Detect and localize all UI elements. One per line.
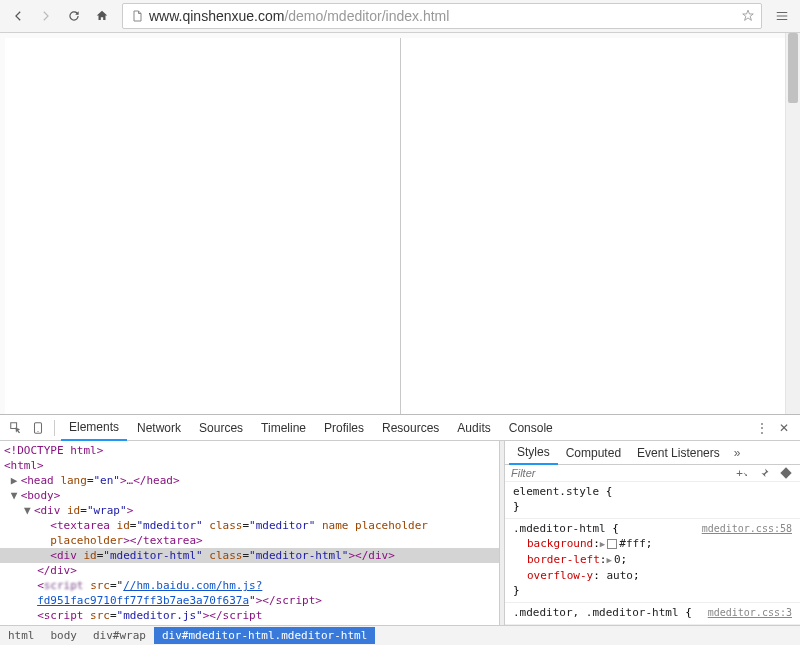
tab-timeline[interactable]: Timeline <box>253 416 314 440</box>
breadcrumb: html body div#wrap div#mdeditor-html.mde… <box>0 625 800 645</box>
tab-network[interactable]: Network <box>129 416 189 440</box>
script-src-link[interactable]: //hm.baidu.com/hm.js? <box>123 579 262 592</box>
menu-button[interactable] <box>770 4 794 28</box>
mdeditor-preview <box>401 38 796 414</box>
mdeditor-textarea[interactable] <box>5 38 401 414</box>
tab-audits[interactable]: Audits <box>449 416 498 440</box>
svg-point-1 <box>37 430 38 431</box>
page-scrollbar[interactable] <box>785 33 800 414</box>
page-icon <box>129 8 145 24</box>
page-viewport <box>0 33 800 415</box>
reload-button[interactable] <box>62 4 86 28</box>
new-rule-icon[interactable]: +↘ <box>734 465 750 481</box>
device-icon[interactable] <box>28 418 48 438</box>
elements-tree[interactable]: <!DOCTYPE html> <html> ▶<head lang="en">… <box>0 441 499 625</box>
crumb-body[interactable]: body <box>43 627 86 644</box>
tab-profiles[interactable]: Profiles <box>316 416 372 440</box>
styles-filter-input[interactable] <box>511 467 728 479</box>
styles-filter-row: +↘ <box>505 465 800 482</box>
styles-tab-computed[interactable]: Computed <box>558 442 629 464</box>
address-bar[interactable]: www.qinshenxue.com/demo/mdeditor/index.h… <box>122 3 762 29</box>
styles-tabs: Styles Computed Event Listeners » <box>505 441 800 465</box>
style-block-class-2[interactable]: mdeditor.css:3.mdeditor, .mdeditor-html … <box>505 603 800 625</box>
selected-element-node[interactable]: <div id="mdeditor-html" class="mdeditor-… <box>0 548 499 563</box>
browser-toolbar: www.qinshenxue.com/demo/mdeditor/index.h… <box>0 0 800 33</box>
css-origin-link[interactable]: mdeditor.css:58 <box>702 521 792 536</box>
tab-sources[interactable]: Sources <box>191 416 251 440</box>
devtools-tabbar: Elements Network Sources Timeline Profil… <box>0 415 800 441</box>
doctype-node: <!DOCTYPE html> <box>4 444 103 457</box>
crumb-selected[interactable]: div#mdeditor-html.mdeditor-html <box>154 627 375 644</box>
crumb-html[interactable]: html <box>0 627 43 644</box>
devtools-panel: Elements Network Sources Timeline Profil… <box>0 415 800 645</box>
crumb-wrap[interactable]: div#wrap <box>85 627 154 644</box>
forward-button[interactable] <box>34 4 58 28</box>
tab-console[interactable]: Console <box>501 416 561 440</box>
css-origin-link[interactable]: mdeditor.css:3 <box>708 605 792 620</box>
bookmark-star-icon[interactable] <box>741 9 755 23</box>
devtools-close-icon[interactable]: ✕ <box>774 421 794 435</box>
more-icon[interactable]: ⋮ <box>752 418 772 438</box>
styles-pane: Styles Computed Event Listeners » +↘ ele… <box>505 441 800 625</box>
scrollbar-thumb[interactable] <box>788 33 798 103</box>
styles-more-icon[interactable]: » <box>728 446 747 460</box>
svg-rect-2 <box>780 467 791 478</box>
url-text: www.qinshenxue.com/demo/mdeditor/index.h… <box>149 8 741 24</box>
home-button[interactable] <box>90 4 114 28</box>
tab-elements[interactable]: Elements <box>61 415 127 441</box>
back-button[interactable] <box>6 4 30 28</box>
style-block-element[interactable]: element.style { } <box>505 482 800 519</box>
inspect-icon[interactable] <box>6 418 26 438</box>
styles-tab-styles[interactable]: Styles <box>509 441 558 465</box>
html-node[interactable]: <html> <box>4 459 44 472</box>
body-node[interactable]: <body> <box>21 489 61 502</box>
style-block-class-1[interactable]: mdeditor.css:58.mdeditor-html { backgrou… <box>505 519 800 603</box>
pin-icon[interactable] <box>756 465 772 481</box>
styles-tab-listeners[interactable]: Event Listeners <box>629 442 728 464</box>
toggle-state-icon[interactable] <box>778 465 794 481</box>
tab-resources[interactable]: Resources <box>374 416 447 440</box>
